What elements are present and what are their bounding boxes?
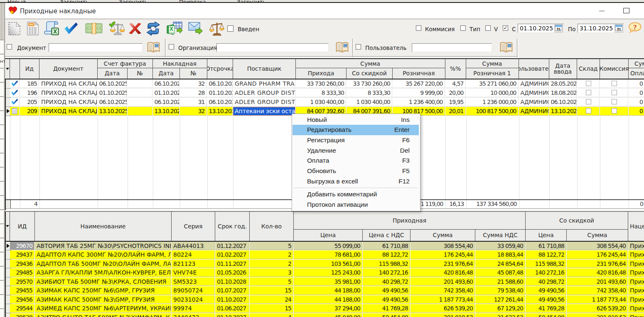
invoice-cell-komis[interactable] (600, 107, 628, 116)
item-cell-price_nds[interactable]: 49 490,56 (363, 286, 410, 295)
invoices-header-komis[interactable]: Комиссия (600, 59, 629, 79)
item-cell-price[interactable]: 45 049,00 (294, 313, 362, 317)
invoice-cell-checkbox[interactable] (612, 108, 617, 114)
invoice-cell-id[interactable]: 196 (20, 89, 39, 97)
item-cell-d_summa[interactable]: 742 358,40 (567, 286, 628, 295)
invoice-cell-nk_no[interactable]: 32 (180, 79, 207, 88)
items-header-d_price[interactable]: Цена (526, 230, 567, 241)
item-cell-nacenka[interactable]: Приход (628, 268, 644, 277)
item-cell-price_nds[interactable]: 49 490,56 (363, 295, 410, 304)
items-header-nacenka[interactable]: Наценка (628, 212, 644, 241)
item-cell-price_nds[interactable]: 41 769,28 (363, 304, 410, 313)
invoice-cell-sf_date[interactable]: 01.10.2025 (98, 89, 127, 97)
item-cell-d_price[interactable]: 49 490,56 (526, 286, 566, 295)
invoices-header-sf_no[interactable]: № (128, 68, 153, 79)
item-cell-price_nds[interactable]: 50 454,88 (363, 313, 410, 317)
invoice-cell-otsrochka[interactable]: 06.10.2025 (207, 98, 233, 106)
item-cell-d_price[interactable]: 41 769,28 (526, 304, 566, 313)
item-cell-srok[interactable]: 01.10.2027 (215, 313, 249, 317)
menu-item-9[interactable]: Протокол активации (293, 200, 419, 210)
invoice-cell-otsrochka[interactable]: 13.10.2025 (207, 107, 233, 116)
item-cell-price[interactable]: 44 188,00 (294, 295, 362, 304)
invoice-cell-prihod[interactable]: 8 333,30 (296, 89, 346, 97)
document-filter-input[interactable] (49, 43, 143, 52)
item-cell-d_summa[interactable]: 626 539,20 (567, 304, 628, 313)
user-filter-input[interactable] (412, 43, 492, 52)
invoice-cell-retail1[interactable]: 1 236 000,00 (466, 98, 519, 106)
invoices-header-group-sf[interactable]: Счет фактура (98, 59, 153, 68)
item-cell-qty[interactable]: 2 (250, 250, 293, 259)
invoice-cell-paid[interactable]: 0 (629, 98, 644, 106)
item-cell-seriya[interactable]: 80224 (172, 250, 215, 259)
item-cell-summa[interactable]: 308 554,40 (410, 242, 475, 250)
items-header-group-disc[interactable]: Со скидкой (526, 212, 628, 230)
item-cell-summa_nds[interactable]: 127 261,44 (475, 295, 525, 304)
item-cell-srok[interactable]: 01.02.2027 (215, 250, 249, 259)
invoice-cell-discount[interactable]: 33 730 260,00 (347, 79, 392, 88)
item-row[interactable]: 29485АЗАРГА ГЛ/КАПЛИ 5МЛ\АЛКОН-КУВРЕР, Б… (6, 268, 644, 277)
invoices-header-sf_date[interactable]: Дата (98, 68, 128, 79)
item-cell-nacenka[interactable]: Приход (628, 277, 644, 286)
item-cell-price[interactable]: 35 981,00 (294, 277, 362, 286)
toolbar-button-delete-x[interactable] (128, 21, 142, 37)
invoice-cell-pct[interactable]: 20,00 (445, 89, 466, 97)
item-cell-summa_nds[interactable]: 21 623,52 (475, 313, 525, 317)
item-cell-srok[interactable]: 01.11.2027 (215, 260, 249, 268)
items-header-price[interactable]: Цена (294, 230, 363, 241)
item-cell-d_summa[interactable]: 1 187 773,44 (567, 295, 628, 304)
invoice-cell-pct[interactable]: 4,57 (445, 79, 466, 88)
invoices-header-group-sum[interactable]: Сумма (296, 59, 445, 68)
item-cell-d_price[interactable]: 61 710,88 (526, 242, 566, 250)
toolbar-button-export-scroll[interactable] (43, 21, 59, 37)
invoice-cell-doc[interactable]: ПРИХОД НА СКЛАД (39, 98, 97, 106)
item-cell-summa_nds[interactable]: 21 588,60 (475, 277, 525, 286)
item-cell-srok[interactable]: 01.05.2026 (215, 268, 249, 277)
toolbar-button-scales-check[interactable] (109, 21, 125, 37)
item-cell-id[interactable]: 29455 (10, 286, 34, 295)
invoice-cell-entered[interactable]: 28.05.2025 (549, 79, 577, 88)
item-cell-price_nds[interactable]: 88 122,72 (363, 250, 410, 259)
item-cell-nacenka[interactable]: Приход (628, 295, 644, 304)
item-cell-name[interactable]: АЗИМАК КАПС 250МГ №6\GMP, ГРУЗИЯ (35, 286, 171, 295)
item-cell-srok[interactable]: 01.07.2027 (215, 286, 249, 295)
item-cell-price_nds[interactable]: 61 710,88 (363, 242, 410, 250)
items-header-group-prihod[interactable]: Приходная (294, 212, 526, 230)
invoice-cell-nk_date[interactable]: 13.10.2025 (153, 107, 180, 116)
item-cell-id[interactable]: 29570 (10, 277, 34, 286)
window-titlebar[interactable]: Приходные накладные (5, 3, 644, 19)
item-cell-seriya[interactable]: 99974 (172, 304, 215, 313)
toolbar-button-send-mail[interactable] (188, 21, 204, 37)
invoice-row[interactable]: 185ПРИХОД НА СКЛАД06.10.202506.10.202532… (6, 79, 644, 89)
invoice-cell-supplier[interactable]: Аптекани эски остатки (233, 107, 295, 116)
invoice-cell-sklad[interactable] (577, 107, 600, 116)
type-checkbox[interactable] (460, 25, 466, 31)
invoice-cell-sf_no[interactable] (128, 98, 152, 106)
item-cell-summa[interactable]: 201 493,60 (410, 277, 475, 286)
invoice-cell-supplier[interactable]: GRAND PHARM TRADE (233, 79, 295, 88)
toolbar-button-refresh[interactable] (145, 21, 161, 37)
item-cell-d_summa[interactable]: 308 554,40 (567, 242, 628, 250)
item-cell-nacenka[interactable]: Приход (628, 286, 644, 295)
invoice-cell-sklad[interactable] (577, 89, 600, 97)
item-cell-srok[interactable]: 01.06.2027 (215, 304, 249, 313)
item-row[interactable]: 29456АЗИМАК КАПС 500МГ №3\GMP, ГРУЗИЯ902… (6, 295, 644, 305)
date-to-input[interactable]: 31.10.2025 31 (578, 24, 624, 33)
invoice-cell-paid[interactable]: 0 (629, 89, 644, 97)
item-cell-name[interactable]: АЗАРГА ГЛ/КАПЛИ 5МЛ\АЛКОН-КУВРЕР, БЕЛЬГИ… (35, 268, 171, 277)
invoice-cell-checkbox[interactable] (586, 99, 591, 104)
toolbar-button-view-document[interactable] (27, 21, 39, 37)
item-cell-qty[interactable]: 15 (250, 286, 293, 295)
toolbar-button-confirm-check[interactable] (64, 21, 79, 37)
menu-item-3[interactable]: РегистрацияF6 (293, 135, 419, 146)
items-header-name[interactable]: Наименование (35, 212, 172, 241)
item-cell-summa_nds[interactable]: 18 883,44 (475, 250, 525, 259)
item-cell-id[interactable]: 29456 (10, 295, 34, 304)
invoices-header-user[interactable]: Пользователь (519, 59, 549, 79)
invoices-header-paid[interactable]: Оплачено (629, 68, 644, 79)
item-cell-summa_nds[interactable]: 33 059,40 (475, 242, 525, 250)
item-cell-price_nds[interactable]: 40 298,72 (363, 277, 410, 286)
invoice-cell-nk_date[interactable]: 01.10.2025 (153, 89, 180, 97)
invoices-header-group-sum2[interactable]: Сумма (466, 59, 519, 68)
date-from-input[interactable]: 01.10.2025 31 (518, 24, 564, 33)
toolbar-button-excel-export[interactable] (167, 21, 183, 37)
